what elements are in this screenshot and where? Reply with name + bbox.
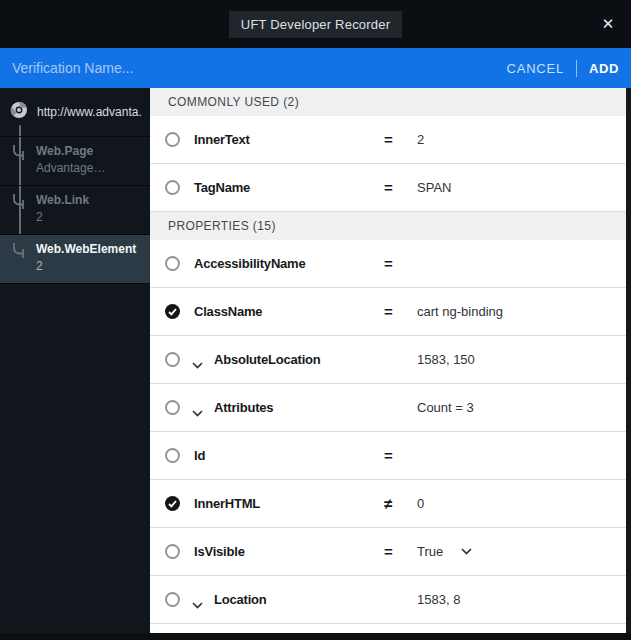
tree-item-subtitle: 2 — [36, 208, 142, 226]
property-name: Id — [194, 448, 205, 463]
tree-branch-icon — [11, 243, 27, 260]
chevron-down-icon — [461, 548, 472, 555]
check-icon — [168, 308, 177, 316]
expand-chevron[interactable] — [192, 403, 203, 421]
tree-root-url: http://www.advanta... — [37, 105, 142, 119]
bottom-edge-bar — [0, 633, 631, 640]
value-dropdown-chevron[interactable] — [461, 548, 472, 555]
property-value-text: SPAN — [417, 180, 451, 195]
property-row-isvisible: IsVisible=True — [150, 528, 626, 576]
check-icon — [168, 500, 177, 508]
body: http://www.advanta... Web.PageAdvantage…… — [0, 88, 631, 633]
cancel-button[interactable]: CANCEL — [506, 61, 564, 76]
operator[interactable]: = — [384, 179, 393, 196]
property-name: IsVisible — [194, 544, 245, 559]
add-button[interactable]: ADD — [589, 61, 619, 76]
tree-item-label: Web.Link — [36, 192, 142, 208]
property-checkbox[interactable] — [165, 400, 180, 415]
property-value-text: 2 — [417, 132, 424, 147]
sidebar-item-web-link[interactable]: Web.Link2 — [0, 186, 150, 235]
sidebar-item-web-webelement[interactable]: Web.WebElement2 — [0, 235, 150, 284]
property-value-text: 1583, 150 — [417, 352, 475, 367]
property-value: 0 — [417, 496, 424, 511]
tree-item-subtitle: 2 — [36, 257, 142, 275]
property-row-attributes: AttributesCount = 3 — [150, 384, 626, 432]
property-row-innerhtml: InnerHTML≠0 — [150, 480, 626, 528]
property-checkbox[interactable] — [165, 448, 180, 463]
property-value: 2 — [417, 132, 424, 147]
operator[interactable]: = — [384, 131, 393, 148]
operator[interactable]: = — [384, 447, 393, 464]
property-value-text: 1583, 8 — [417, 592, 460, 607]
tree-branch-icon — [11, 145, 27, 162]
property-checkbox[interactable] — [165, 496, 180, 511]
property-name: TagName — [194, 180, 250, 195]
property-value-text: True — [417, 544, 443, 559]
property-checkbox[interactable] — [165, 592, 180, 607]
property-value-text: cart ng-binding — [417, 304, 503, 319]
property-value: Count = 3 — [417, 400, 474, 415]
action-divider — [576, 60, 577, 77]
chevron-down-icon — [192, 410, 203, 417]
property-value-text: 0 — [417, 496, 424, 511]
chevron-down-icon — [192, 602, 203, 609]
object-tree-sidebar: http://www.advanta... Web.PageAdvantage…… — [0, 88, 150, 633]
property-row-tagname: TagName=SPAN — [150, 164, 626, 212]
property-row-absolutelocation: AbsoluteLocation1583, 150 — [150, 336, 626, 384]
property-row-id: Id= — [150, 432, 626, 480]
titlebar: UFT Developer Recorder ✕ — [0, 0, 631, 48]
property-checkbox[interactable] — [165, 544, 180, 559]
property-value: 1583, 150 — [417, 352, 475, 367]
property-value: 1583, 8 — [417, 592, 460, 607]
property-value: cart ng-binding — [417, 304, 503, 319]
property-name: ClassName — [194, 304, 262, 319]
property-checkbox[interactable] — [165, 304, 180, 319]
property-row-accessibilityname: AccessibilityName= — [150, 240, 626, 288]
property-name: Location — [214, 592, 267, 607]
tree-branch-icon — [11, 194, 27, 211]
property-checkbox[interactable] — [165, 352, 180, 367]
operator[interactable]: = — [384, 303, 393, 320]
property-checkbox[interactable] — [165, 180, 180, 195]
operator[interactable]: = — [384, 543, 393, 560]
verification-bar: CANCEL ADD — [0, 48, 631, 88]
property-checkbox[interactable] — [165, 132, 180, 147]
sidebar-item-web-page[interactable]: Web.PageAdvantage… — [0, 137, 150, 186]
property-name: InnerHTML — [194, 496, 260, 511]
operator[interactable]: = — [384, 255, 393, 272]
property-name: Attributes — [214, 400, 273, 415]
window-title: UFT Developer Recorder — [229, 11, 402, 38]
property-value: SPAN — [417, 180, 451, 195]
verification-name-input[interactable] — [12, 60, 506, 76]
tree-item-subtitle: Advantage… — [36, 159, 142, 177]
property-name: AbsoluteLocation — [214, 352, 321, 367]
chrome-icon — [10, 101, 28, 123]
section-header: COMMONLY USED (2) — [150, 88, 626, 116]
properties-panel: COMMONLY USED (2)InnerText=2TagName=SPAN… — [150, 88, 631, 633]
tree-root-item[interactable]: http://www.advanta... — [0, 88, 150, 137]
property-row-innertext: InnerText=2 — [150, 116, 626, 164]
uft-recorder-window: UFT Developer Recorder ✕ CANCEL ADD — [0, 0, 631, 640]
verification-actions: CANCEL ADD — [506, 60, 619, 77]
close-icon[interactable]: ✕ — [596, 12, 620, 36]
tree-item-label: Web.Page — [36, 143, 142, 159]
property-value-text: Count = 3 — [417, 400, 474, 415]
chevron-down-icon — [192, 362, 203, 369]
property-value[interactable]: True — [417, 544, 472, 559]
section-header: PROPERTIES (15) — [150, 212, 626, 240]
expand-chevron[interactable] — [192, 355, 203, 373]
property-row-location: Location1583, 8 — [150, 576, 626, 624]
operator[interactable]: ≠ — [384, 495, 392, 512]
tree-item-label: Web.WebElement — [36, 241, 142, 257]
property-name: AccessibilityName — [194, 256, 306, 271]
property-row-classname: ClassName=cart ng-binding — [150, 288, 626, 336]
property-checkbox[interactable] — [165, 256, 180, 271]
property-name: InnerText — [194, 132, 250, 147]
expand-chevron[interactable] — [192, 595, 203, 613]
